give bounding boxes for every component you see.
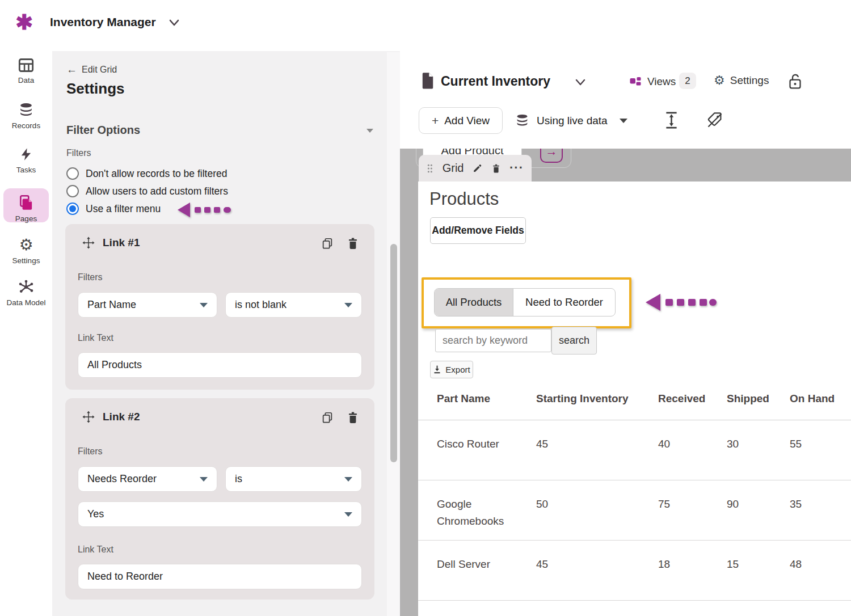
- plus-icon: +: [432, 114, 439, 128]
- chevron-down-icon: [344, 303, 352, 307]
- export-button[interactable]: Export: [430, 361, 473, 378]
- sidebar-item-tasks[interactable]: Tasks: [0, 146, 52, 175]
- filter-tab-need-to-reorder[interactable]: Need to Reorder: [513, 289, 615, 316]
- move-handle-icon[interactable]: [82, 411, 95, 423]
- sidebar-item-settings[interactable]: ⚙ Settings: [0, 237, 52, 265]
- tag-off-icon[interactable]: [706, 112, 723, 129]
- pages-icon: [0, 194, 52, 211]
- search-input[interactable]: [435, 329, 551, 352]
- link-text-input[interactable]: All Products: [78, 352, 362, 378]
- cell-starting-inventory: 45: [536, 436, 658, 480]
- link-card-2: Link #2 Filters Needs Reorder is Yes Lin…: [65, 398, 374, 600]
- database-icon: [515, 113, 529, 128]
- back-to-edit-grid-link[interactable]: ← Edit Grid: [66, 64, 117, 76]
- sidebar-item-label: Tasks: [16, 166, 36, 174]
- preview-title: Products: [429, 189, 499, 209]
- lightning-icon: [0, 146, 52, 162]
- more-options-icon[interactable]: ···: [509, 166, 524, 171]
- chevron-down-icon: [620, 119, 627, 123]
- radio-label: Don't allow records to be filtered: [86, 168, 227, 180]
- sidebar-item-data[interactable]: Data: [0, 58, 52, 85]
- radio-label: Allow users to add custom filters: [86, 185, 228, 197]
- sidebar-item-pages[interactable]: Pages: [0, 194, 52, 223]
- filter-tab-all-products[interactable]: All Products: [435, 289, 513, 316]
- cell-received: 40: [658, 436, 727, 480]
- radio-option-no-filtering[interactable]: Don't allow records to be filtered: [66, 167, 227, 180]
- link-text-label: Link Text: [78, 545, 113, 555]
- drag-handle-icon[interactable]: [427, 162, 433, 175]
- unlock-icon[interactable]: [787, 73, 803, 90]
- page-title: Current Inventory: [441, 74, 550, 89]
- panel-scrollbar-thumb[interactable]: [390, 244, 397, 462]
- network-icon: [0, 279, 52, 295]
- section-collapse-chevron-icon[interactable]: [366, 129, 373, 133]
- radio-option-custom-filters[interactable]: Allow users to add custom filters: [66, 185, 228, 197]
- trash-icon[interactable]: [347, 237, 359, 250]
- page-file-icon: [421, 72, 435, 89]
- filter-operator-dropdown[interactable]: is: [225, 466, 362, 492]
- sidebar-item-label: Pages: [15, 214, 37, 223]
- input-value: Need to Reorder: [87, 571, 163, 583]
- cell-starting-inventory: 50: [536, 496, 658, 540]
- column-header[interactable]: On Hand: [790, 393, 851, 405]
- arrow-right-icon: →: [546, 149, 558, 158]
- duplicate-icon[interactable]: [321, 237, 334, 250]
- views-button[interactable]: Views: [629, 75, 676, 88]
- sidebar-item-records[interactable]: Records: [0, 102, 52, 130]
- back-arrow-icon: ←: [66, 64, 77, 76]
- nav-rail: Data Records Tasks Pages: [0, 51, 52, 616]
- cell-received: 18: [658, 556, 727, 600]
- radio-circle[interactable]: [66, 167, 79, 180]
- cell-starting-inventory: 45: [536, 556, 658, 600]
- move-handle-icon[interactable]: [82, 237, 95, 249]
- app-title-chevron-down-icon[interactable]: [168, 18, 180, 27]
- filter-value-dropdown[interactable]: Yes: [78, 501, 362, 527]
- column-header[interactable]: Received: [658, 393, 727, 405]
- card-filters-label: Filters: [78, 272, 103, 282]
- cell-received: 75: [658, 496, 727, 540]
- trash-icon[interactable]: [347, 411, 359, 424]
- chevron-down-icon: [344, 512, 352, 517]
- radio-circle-selected[interactable]: [66, 202, 79, 215]
- filters-group-label: Filters: [66, 148, 91, 158]
- filter-operator-dropdown[interactable]: is not blank: [225, 292, 362, 318]
- cell-shipped: 30: [727, 436, 790, 480]
- column-header[interactable]: Part Name: [437, 393, 536, 405]
- row-height-icon[interactable]: [665, 111, 678, 129]
- live-data-dropdown[interactable]: Using live data: [515, 113, 627, 128]
- search-button[interactable]: search: [551, 327, 597, 355]
- trash-icon[interactable]: [492, 162, 500, 175]
- filter-tab-label: All Products: [446, 296, 502, 309]
- link-text-input[interactable]: Need to Reorder: [78, 564, 362, 589]
- link-card-title: Link #2: [103, 411, 140, 423]
- live-data-label: Using live data: [537, 115, 608, 127]
- edit-pencil-icon[interactable]: [473, 162, 483, 174]
- link-card-1: Link #1 Filters Part Name is not blank L…: [65, 224, 374, 390]
- filter-options-section-title: Filter Options: [66, 124, 140, 137]
- filter-field-dropdown[interactable]: Part Name: [78, 292, 217, 318]
- open-link-chip[interactable]: →: [540, 149, 563, 163]
- radio-circle[interactable]: [66, 185, 79, 197]
- cell-on-hand: 35: [790, 496, 851, 540]
- add-remove-fields-button[interactable]: Add/Remove Fields: [430, 217, 526, 244]
- table-row: IBM Server 20 15 28 7: [418, 601, 851, 616]
- radio-option-filter-menu[interactable]: Use a filter menu: [66, 202, 161, 215]
- page-title-chevron-down-icon[interactable]: [574, 78, 587, 87]
- filter-field-dropdown[interactable]: Needs Reorder: [78, 466, 217, 492]
- column-header[interactable]: Shipped: [727, 393, 790, 405]
- page-header: [400, 51, 851, 149]
- page-settings-button[interactable]: ⚙ Settings: [714, 74, 769, 87]
- export-label: Export: [445, 365, 470, 374]
- card-filters-label: Filters: [78, 446, 103, 457]
- add-view-label: Add View: [444, 115, 490, 127]
- duplicate-icon[interactable]: [321, 411, 334, 424]
- cell-on-hand: 55: [790, 436, 851, 480]
- column-header[interactable]: Starting Inventory: [536, 393, 658, 405]
- cell-part-name: Google Chromebooks: [437, 496, 536, 540]
- add-view-button[interactable]: + Add View: [419, 107, 503, 134]
- grid-chip-label: Grid: [443, 162, 464, 175]
- table-row: Google Chromebooks 50 75 90 35: [418, 480, 851, 541]
- search-button-label: search: [559, 335, 589, 347]
- sidebar-item-data-model[interactable]: Data Model: [0, 279, 52, 307]
- top-bar: ✱ Inventory Manager: [0, 0, 851, 51]
